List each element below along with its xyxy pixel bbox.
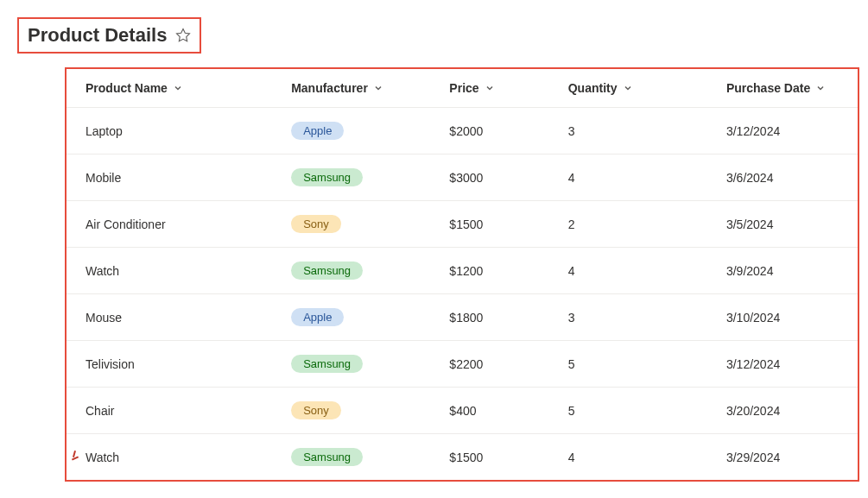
cell-price: $1200 [430,248,548,294]
cell-quantity: 3 [549,108,707,154]
manufacturer-pill: Sony [291,215,341,233]
cell-quantity: 5 [549,388,707,434]
product-table: Product Name Manufacturer [67,69,858,480]
cell-quantity: 3 [549,294,707,341]
cell-manufacturer: Sony [272,201,430,248]
table-row[interactable]: MouseApple$180033/10/2024 [67,294,858,341]
manufacturer-pill: Sony [291,401,341,419]
favorite-star-icon[interactable] [175,28,191,43]
chevron-down-icon [373,83,383,93]
cell-product-name: Watch [67,434,272,481]
table-row[interactable]: ChairSony$40053/20/2024 [67,388,858,434]
cell-product-name: Watch [67,248,272,294]
cell-quantity: 4 [549,154,707,201]
cell-price: $2000 [430,108,548,154]
cell-price: $400 [430,388,548,434]
cell-manufacturer: Apple [272,108,430,154]
cell-purchase-date: 3/9/2024 [707,248,858,294]
chevron-down-icon [815,83,826,93]
table-header: Product Name Manufacturer [67,69,858,108]
cell-manufacturer: Samsung [272,434,430,481]
cell-product-name: Chair [67,388,272,434]
table-row[interactable]: LaptopApple$200033/12/2024 [67,108,858,154]
cell-price: $1800 [430,294,548,341]
column-label: Price [449,81,478,95]
cell-purchase-date: 3/10/2024 [707,294,858,341]
chevron-down-icon [485,83,495,93]
cell-price: $2200 [430,341,548,388]
cell-price: $1500 [430,201,548,248]
cell-purchase-date: 3/20/2024 [707,388,858,434]
column-header-quantity[interactable]: Quantity [549,69,707,108]
manufacturer-pill: Apple [291,122,344,140]
manufacturer-pill: Samsung [291,448,363,466]
chevron-down-icon [623,83,633,93]
manufacturer-pill: Apple [291,308,344,326]
manufacturer-pill: Samsung [291,168,363,186]
cell-product-name: Telivision [67,341,272,388]
cell-purchase-date: 3/29/2024 [707,434,858,481]
cell-purchase-date: 3/12/2024 [707,341,858,388]
cell-product-name: Laptop [67,108,272,154]
cell-manufacturer: Sony [272,388,430,434]
cell-quantity: 5 [549,341,707,388]
cell-manufacturer: Samsung [272,341,430,388]
cell-product-name: Mouse [67,294,272,341]
cell-purchase-date: 3/6/2024 [707,154,858,201]
table-row[interactable]: TelivisionSamsung$220053/12/2024 [67,341,858,388]
cell-quantity: 2 [549,201,707,248]
column-label: Product Name [86,81,168,95]
cell-purchase-date: 3/5/2024 [707,201,858,248]
table-body: LaptopApple$200033/12/2024MobileSamsung$… [67,108,858,481]
column-header-manufacturer[interactable]: Manufacturer [272,69,430,108]
column-label: Quantity [568,81,618,95]
cell-quantity: 4 [549,434,707,481]
cell-product-name: Air Conditioner [67,201,272,248]
cell-price: $1500 [430,434,548,481]
chevron-down-icon [173,83,183,93]
cell-purchase-date: 3/12/2024 [707,108,858,154]
cell-price: $3000 [430,154,548,201]
manufacturer-pill: Samsung [291,355,363,373]
cell-quantity: 4 [549,248,707,294]
cell-manufacturer: Apple [272,294,430,341]
column-label: Purchase Date [726,81,810,95]
title-container: Product Details [17,17,201,54]
column-header-price[interactable]: Price [430,69,548,108]
column-label: Manufacturer [291,81,368,95]
cell-manufacturer: Samsung [272,248,430,294]
cell-product-name: Mobile [67,154,272,201]
column-header-product-name[interactable]: Product Name [67,69,272,108]
table-row[interactable]: MobileSamsung$300043/6/2024 [67,154,858,201]
manufacturer-pill: Samsung [291,262,363,280]
cell-manufacturer: Samsung [272,154,430,201]
table-row[interactable]: WatchSamsung$120043/9/2024 [67,248,858,294]
page-title: Product Details [28,24,167,47]
table-row[interactable]: Air ConditionerSony$150023/5/2024 [67,201,858,248]
column-header-purchase-date[interactable]: Purchase Date [707,69,858,108]
table-row[interactable]: WatchSamsung$150043/29/2024 [67,434,858,481]
product-table-container: Product Name Manufacturer [65,67,859,482]
